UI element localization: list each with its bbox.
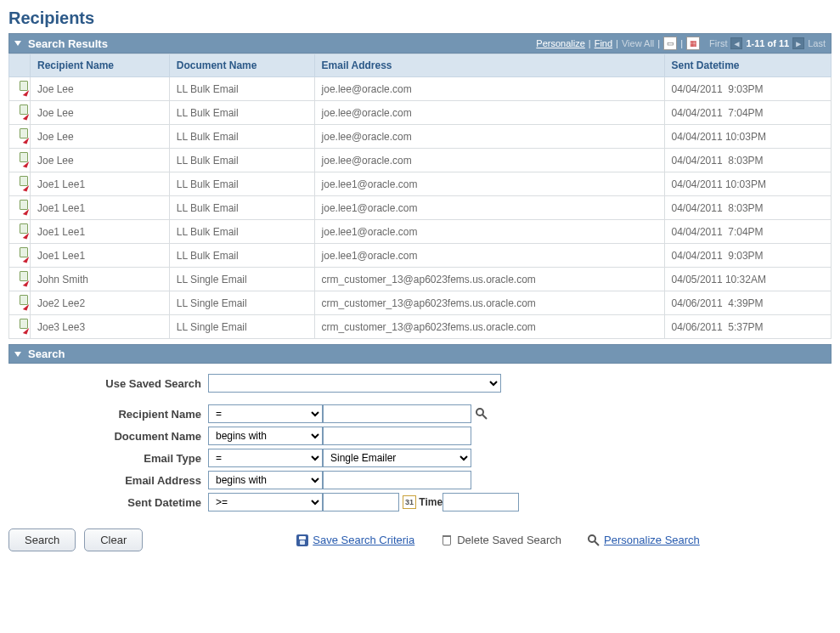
calendar-icon[interactable]: 31: [403, 495, 416, 509]
time-label: Time: [419, 496, 443, 508]
prev-icon[interactable]: ◄: [730, 37, 742, 49]
row-detail-icon[interactable]: [13, 271, 26, 285]
recipient-cell: Joe1 Lee1: [31, 244, 170, 268]
email-cell: joe.lee1@oracle.com: [314, 196, 664, 220]
row-detail-icon[interactable]: [13, 319, 26, 332]
table-row: Joe LeeLL Bulk Emailjoe.lee@oracle.com04…: [9, 125, 832, 149]
sent-cell: 04/04/2011 8:03PM: [664, 196, 831, 220]
document-cell: LL Bulk Email: [169, 77, 314, 101]
document-cell: LL Bulk Email: [169, 220, 314, 244]
grid-options-icon[interactable]: ▦: [686, 37, 700, 50]
sent-date-input[interactable]: [323, 493, 399, 511]
emailtype-op-select[interactable]: =: [208, 449, 323, 467]
view-all-link[interactable]: View All: [622, 38, 654, 48]
next-icon[interactable]: ►: [792, 37, 804, 49]
table-row: Joe1 Lee1LL Bulk Emailjoe.lee1@oracle.co…: [9, 220, 832, 244]
email-cell: crm_customer_13@ap6023fems.us.oracle.com: [314, 268, 664, 291]
search-section-title: Search: [28, 348, 65, 360]
emailtype-value-select[interactable]: Single Emailer: [323, 449, 471, 467]
row-detail-icon[interactable]: [13, 247, 26, 261]
row-detail-icon[interactable]: [13, 176, 26, 189]
results-table: Recipient Name Document Name Email Addre…: [8, 54, 832, 339]
document-cell: LL Bulk Email: [169, 196, 314, 220]
sent-time-input[interactable]: [443, 493, 519, 511]
row-detail-icon[interactable]: [13, 128, 26, 142]
sent-cell: 04/04/2011 7:04PM: [664, 101, 831, 125]
bottom-bar: Search Clear Save Search Criteria Delete…: [8, 528, 832, 551]
sent-label: Sent Datetime: [8, 496, 208, 509]
sent-op-select[interactable]: >=: [208, 493, 323, 511]
document-col-header[interactable]: Document Name: [169, 54, 314, 77]
row-detail-icon[interactable]: [13, 295, 26, 308]
last-link[interactable]: Last: [808, 38, 826, 48]
sent-col-header[interactable]: Sent Datetime: [664, 54, 831, 77]
email-cell: joe.lee@oracle.com: [314, 125, 664, 149]
email-cell: crm_customer_13@ap6023fems.us.oracle.com: [314, 315, 664, 339]
search-section-header: Search: [8, 344, 832, 364]
document-cell: LL Bulk Email: [169, 172, 314, 196]
document-cell: LL Bulk Email: [169, 101, 314, 125]
clear-button[interactable]: Clear: [84, 528, 143, 551]
trash-icon: [440, 534, 454, 547]
svg-line-1: [482, 415, 487, 419]
recipient-cell: John Smith: [31, 268, 170, 291]
row-detail-icon[interactable]: [13, 152, 26, 166]
emailaddr-input[interactable]: [323, 471, 471, 489]
document-op-select[interactable]: begins with: [208, 427, 323, 445]
table-row: John SmithLL Single Emailcrm_customer_13…: [9, 268, 832, 291]
recipient-cell: Joe Lee: [31, 149, 170, 172]
table-row: Joe1 Lee1LL Bulk Emailjoe.lee1@oracle.co…: [9, 172, 832, 196]
recipient-cell: Joe1 Lee1: [31, 196, 170, 220]
zoom-icon[interactable]: ▭: [663, 37, 677, 50]
email-col-header[interactable]: Email Address: [314, 54, 664, 77]
email-cell: joe.lee@oracle.com: [314, 77, 664, 101]
personalize-search-link[interactable]: Personalize Search: [604, 534, 700, 546]
email-cell: joe.lee@oracle.com: [314, 101, 664, 125]
recipient-cell: Joe1 Lee1: [31, 220, 170, 244]
svg-point-2: [589, 535, 595, 542]
email-cell: joe.lee1@oracle.com: [314, 220, 664, 244]
recipient-op-select[interactable]: =: [208, 404, 323, 423]
find-link[interactable]: Find: [595, 38, 612, 48]
sent-cell: 04/04/2011 9:03PM: [664, 77, 831, 101]
table-row: Joe LeeLL Bulk Emailjoe.lee@oracle.com04…: [9, 149, 832, 172]
personalize-link[interactable]: Personalize: [536, 38, 584, 48]
save-icon: [296, 534, 309, 547]
document-cell: LL Single Email: [169, 291, 314, 315]
row-detail-icon[interactable]: [13, 81, 26, 94]
row-detail-icon[interactable]: [13, 105, 26, 118]
emailaddr-op-select[interactable]: begins with: [208, 471, 323, 489]
lookup-icon[interactable]: [475, 407, 488, 421]
email-cell: joe.lee1@oracle.com: [314, 244, 664, 268]
svg-line-3: [595, 541, 599, 545]
recipient-cell: Joe2 Lee2: [31, 291, 170, 315]
emailaddr-label: Email Address: [8, 474, 208, 487]
document-cell: LL Single Email: [169, 268, 314, 291]
collapse-icon[interactable]: [14, 41, 21, 46]
delete-search-text: Delete Saved Search: [457, 534, 561, 546]
recipient-cell: Joe Lee: [31, 125, 170, 149]
search-button[interactable]: Search: [8, 528, 76, 551]
recipient-cell: Joe1 Lee1: [31, 172, 170, 196]
use-saved-select[interactable]: [208, 374, 501, 393]
row-count: 1-11 of 11: [746, 38, 789, 48]
recipient-input[interactable]: [323, 404, 471, 423]
document-cell: LL Bulk Email: [169, 125, 314, 149]
document-label: Document Name: [8, 430, 208, 443]
table-row: Joe LeeLL Bulk Emailjoe.lee@oracle.com04…: [9, 101, 832, 125]
emailtype-label: Email Type: [8, 452, 208, 465]
row-detail-icon[interactable]: [13, 200, 26, 213]
email-cell: joe.lee1@oracle.com: [314, 172, 664, 196]
sent-cell: 04/06/2011 5:37PM: [664, 315, 831, 339]
search-form: Use Saved Search Recipient Name = Docume…: [8, 364, 832, 518]
first-link[interactable]: First: [709, 38, 727, 48]
sent-cell: 04/05/2011 10:32AM: [664, 268, 831, 291]
document-input[interactable]: [323, 427, 471, 445]
recipient-col-header[interactable]: Recipient Name: [31, 54, 170, 77]
table-row: Joe3 Lee3LL Single Emailcrm_customer_13@…: [9, 315, 832, 339]
collapse-icon[interactable]: [14, 352, 21, 357]
save-search-link[interactable]: Save Search Criteria: [313, 534, 414, 546]
recipient-cell: Joe Lee: [31, 77, 170, 101]
row-detail-icon[interactable]: [13, 223, 26, 237]
recipient-cell: Joe Lee: [31, 101, 170, 125]
